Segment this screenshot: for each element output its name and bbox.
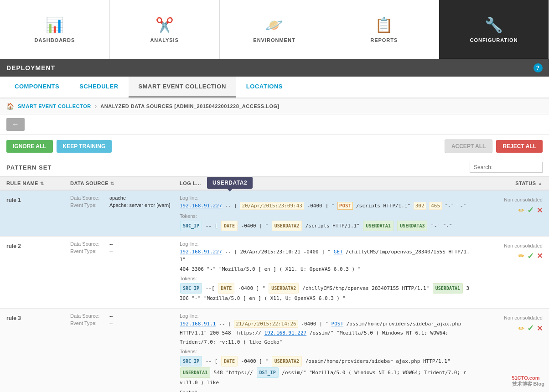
nav-analysis[interactable]: ✂️ ANALYSIS (110, 0, 220, 59)
breadcrumb-separator: › (95, 103, 97, 110)
datasource-label-1: Data Source: (70, 195, 107, 201)
datasource-label-3: Data Source: (70, 313, 107, 319)
log-ip-2: 192.168.91.227 (180, 249, 222, 255)
ignore-all-button[interactable]: IGNORE ALL (6, 140, 53, 153)
userdata2-tooltip: USERDATA2 (207, 177, 253, 189)
datasource-val-3: -- (109, 313, 113, 319)
log-ip-1: 192.168.91.227 (180, 203, 222, 209)
log-line-2a: 192.168.91.227 -- [ 20/Apr/2015:23:10:21… (180, 248, 470, 264)
log-content-2: Log line: 192.168.91.227 -- [ 20/Apr/201… (180, 241, 470, 304)
watermark: 51CTO.com技术博客 Blog (512, 375, 545, 387)
reject-button-2[interactable]: ✕ (537, 252, 543, 260)
status-text-3: Non consolidated (504, 315, 543, 320)
tag-srcip-1: SRC_IP (180, 221, 202, 231)
tokens-label-2: Tokens: (180, 276, 470, 281)
accept-all-button[interactable]: ACCEPT ALL (445, 139, 493, 153)
pattern-set-title: PATTERN SET (6, 164, 52, 171)
rule-name-3: rule 3 (6, 313, 70, 321)
status-col-2: Non consolidated ✏ ✓ ✕ (470, 241, 543, 261)
keep-training-button[interactable]: KEEP TRAINING (57, 140, 112, 153)
log-line-label-3: Log line: (180, 313, 470, 319)
rule-name-2: rule 2 (6, 241, 70, 249)
accept-button-1[interactable]: ✓ (527, 205, 534, 215)
tag-userdata2-3: USERDATA2 (272, 356, 302, 366)
log-content-1: Log line: 192.168.91.227 -- [ 20/Apr/201… (180, 195, 470, 232)
pattern-set-header: PATTERN SET (0, 158, 549, 177)
analysis-icon: ✂️ (155, 16, 174, 34)
deployment-title: DEPLOYMENT (6, 64, 55, 72)
rule-meta-2: Data Source: -- Event Type: -- (70, 241, 180, 254)
nav-reports[interactable]: 📋 REPORTS (329, 0, 439, 59)
reports-icon: 📋 (375, 16, 393, 34)
tag-userdata2-1: USERDATA2 (272, 221, 302, 231)
log-line-3b: HTTP/1.1" 200 548 "https:// 192.168.91.2… (180, 329, 470, 337)
tag-srcip-2: SRC_IP (180, 283, 202, 294)
rule-meta-1: Data Source: apache Event Type: Apache: … (70, 195, 180, 208)
log-code2-1: 465 (429, 202, 442, 210)
search-input[interactable] (470, 162, 543, 173)
reject-button-3[interactable]: ✕ (537, 324, 543, 333)
nav-dashboards[interactable]: 📊 DASHBOARDS (0, 0, 110, 59)
datasource-val-2: -- (109, 241, 113, 247)
log-date-1: 20/Apr/2015:23:09:43 (240, 202, 304, 210)
action-bar: IGNORE ALL KEEP TRAINING ACCEPT ALL REJE… (0, 135, 549, 158)
edit-button-2[interactable]: ✏ (518, 252, 524, 260)
tab-scheduler[interactable]: SCHEDULER (69, 77, 128, 98)
status-text-1: Non consolidated (504, 197, 543, 202)
tokens-label-3: Tokens: (180, 349, 470, 354)
tag-dstip-3: DST_IP (257, 367, 279, 378)
tab-locations[interactable]: LOCATIONS (236, 77, 293, 98)
log-line-3a: 192.168.91.1 -- [ 21/Apr/2015:22:14:26 -… (180, 320, 470, 328)
reject-button-1[interactable]: ✕ (537, 206, 543, 215)
table-header: RULE NAME ⇅ DATA SOURCE ⇅ LOG L... USERD… (0, 177, 549, 191)
back-button[interactable]: ← (6, 118, 25, 131)
edit-button-3[interactable]: ✏ (518, 324, 524, 333)
tag-srcip-3: SRC_IP (180, 356, 202, 366)
tokens-label-1: Tokens: (180, 213, 470, 219)
tab-smart-event[interactable]: SMART EVENT COLLECTION (129, 77, 236, 98)
tab-components[interactable]: COMPONENTS (5, 77, 69, 98)
environment-label: ENVIRONMENT (253, 37, 295, 43)
log-ip-3: 192.168.91.1 (180, 321, 216, 327)
deployment-bar: DEPLOYMENT ? (0, 59, 549, 77)
environment-icon: 🪐 (265, 16, 283, 34)
help-icon[interactable]: ? (533, 63, 543, 72)
tabs-bar: COMPONENTS SCHEDULER SMART EVENT COLLECT… (0, 77, 549, 98)
log-method-1: POST (337, 202, 353, 210)
tag-userdata1-2: USERDATA1 (433, 283, 463, 294)
eventtype-label-2: Event Type: (70, 248, 107, 254)
table-row: rule 2 Data Source: -- Event Type: -- Lo… (0, 237, 549, 309)
accept-button-3[interactable]: ✓ (527, 323, 534, 333)
th-status: STATUS ▲ (470, 181, 543, 186)
log-code1-1: 302 (414, 202, 426, 210)
tag-userdata3-1: USERDATA3 (397, 221, 427, 231)
log-line-3c: Trident/7.0; rv:11.0 ) like Gecko" (180, 338, 470, 346)
log-line-2b: 404 3306 "-" "Mozilla/5.0 [ en ] ( X11, … (180, 265, 470, 273)
dashboards-icon: 📊 (46, 16, 64, 34)
nav-configuration[interactable]: 🔧 CONFIGURATION (439, 0, 549, 59)
table-row: rule 3 Data Source: -- Event Type: -- Lo… (0, 309, 549, 392)
reject-all-button[interactable]: REJECT ALL (496, 140, 543, 153)
log-content-3: Log line: 192.168.91.1 -- [ 21/Apr/2015:… (180, 313, 470, 392)
dashboards-label: DASHBOARDS (34, 37, 75, 43)
sort-icon-source[interactable]: ⇅ (110, 181, 114, 186)
status-actions-3: ✏ ✓ ✕ (518, 323, 543, 333)
breadcrumb-parent[interactable]: SMART EVENT COLLECTOR (18, 103, 91, 109)
table-row: rule 1 Data Source: apache Event Type: A… (0, 191, 549, 237)
th-rule-name: RULE NAME ⇅ (6, 181, 70, 186)
sort-icon-rule[interactable]: ⇅ (40, 181, 44, 186)
tokens-2: SRC_IP --[ DATE -0400 ] " USERDATA2 /chi… (180, 283, 470, 304)
breadcrumb-current: ANALYZED DATA SOURCES [ADMIN_20150422001… (100, 103, 279, 109)
log-line-1: 192.168.91.227 -- [ 20/Apr/2015:23:09:43… (180, 202, 470, 211)
status-col-1: Non consolidated ✏ ✓ ✕ (470, 195, 543, 215)
rule-meta-3: Data Source: -- Event Type: -- (70, 313, 180, 326)
home-icon: 🏠 (6, 103, 14, 110)
tokens-3b: Gecko" (180, 389, 470, 392)
accept-button-2[interactable]: ✓ (527, 251, 534, 261)
log-line-label-1: Log line: (180, 195, 470, 201)
edit-button-1[interactable]: ✏ (518, 206, 524, 215)
nav-environment[interactable]: 🪐 ENVIRONMENT (220, 0, 330, 59)
tag-date-1: DATE (221, 221, 238, 231)
sort-icon-status[interactable]: ▲ (538, 181, 543, 186)
datasource-label-2: Data Source: (70, 241, 107, 247)
